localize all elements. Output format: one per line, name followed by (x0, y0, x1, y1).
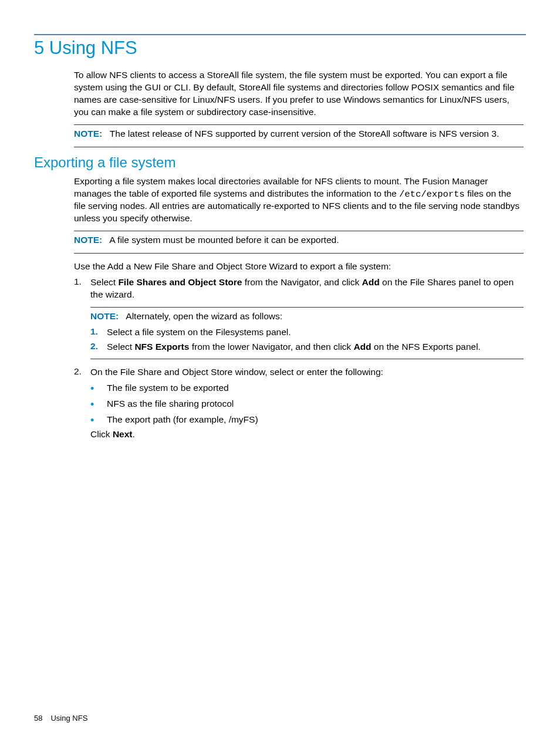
list-number-blue: 2. (90, 341, 107, 353)
bullet-item: • The export path (for example, /myFS) (90, 414, 524, 426)
note-label: NOTE: (74, 129, 102, 139)
step-1: 1. Select File Shares and Object Store f… (74, 276, 524, 301)
list-number: 1. (74, 276, 90, 301)
note-2: NOTE: A file system must be mounted befo… (74, 234, 524, 247)
bullet-item: • The file system to be exported (90, 382, 524, 394)
click-next: Click Next. (90, 429, 524, 440)
bullet-icon: • (90, 398, 107, 410)
bullet-item: • NFS as the file sharing protocol (90, 398, 524, 410)
chapter-title: 5 Using NFS (34, 38, 526, 59)
note-label: NOTE: (90, 311, 119, 321)
note-1: NOTE: The latest release of NFS supporte… (74, 128, 524, 140)
step-2: 2. On the File Share and Object Store wi… (74, 366, 524, 379)
note-text: The latest release of NFS supported by c… (110, 129, 499, 139)
bold-text: NFS Exports (134, 342, 189, 352)
bold-text: Add (353, 342, 371, 352)
footer-title: Using NFS (50, 714, 87, 723)
bullet-icon: • (90, 382, 107, 394)
page-number: 58 (34, 714, 42, 723)
bold-text: File Shares and Object Store (118, 277, 242, 287)
wizard-intro: Use the Add a New File Share and Object … (74, 261, 524, 273)
bold-text: Next (113, 429, 133, 439)
chapter-intro: To allow NFS clients to access a StoreAl… (74, 69, 524, 119)
section-intro: Exporting a file system makes local dire… (74, 175, 524, 225)
step-1-note: NOTE: Alternately, open the wizard as fo… (90, 307, 524, 359)
note-text: Alternately, open the wizard as follows: (126, 311, 282, 321)
note-text: A file system must be mounted before it … (109, 235, 339, 245)
note-label: NOTE: (74, 235, 102, 245)
substep-1: 1. Select a file system on the Filesyste… (90, 326, 524, 339)
list-number-blue: 1. (90, 326, 107, 339)
substep-2: 2. Select NFS Exports from the lower Nav… (90, 341, 524, 353)
section-title: Exporting a file system (34, 154, 526, 171)
page-footer: 58Using NFS (34, 714, 87, 723)
list-number: 2. (74, 366, 90, 379)
bullet-icon: • (90, 414, 107, 426)
code-path: /etc/exports (399, 189, 465, 200)
bold-text: Add (362, 277, 380, 287)
